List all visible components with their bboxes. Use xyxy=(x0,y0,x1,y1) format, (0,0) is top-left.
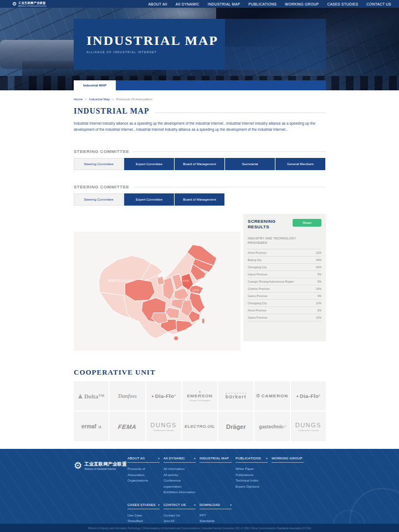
province-shape-hainan[interactable] xyxy=(174,336,178,341)
chevron-down-icon: ▾ xyxy=(230,503,232,507)
partner-logo-gastechnic[interactable]: gastechnic∕∕ xyxy=(254,412,289,441)
tab-steering-committee[interactable]: Steering Committee xyxy=(74,193,124,206)
footer-link-technical-index[interactable]: Technical Index xyxy=(236,478,268,484)
screening-row-value: 42% xyxy=(316,265,321,269)
nav-link-working-group[interactable]: WORKING GROUP xyxy=(285,2,319,6)
screening-row[interactable]: Beijing City34% xyxy=(248,257,321,264)
footer-col-label: CONTACT US xyxy=(163,503,186,507)
screening-row[interactable]: Guangxi Zhuang Autonomous Region5% xyxy=(248,278,321,285)
screening-row[interactable]: Anhui Province5% xyxy=(248,307,321,314)
partner-logo-cameron[interactable]: ⒸCAMERON xyxy=(254,381,289,411)
partner-logo-dia-flo[interactable]: ●Dia-Flo’ xyxy=(291,381,326,411)
partner-organizations-text: Ministry of Industry and Information Tec… xyxy=(88,526,311,529)
footer-brand-zh: 工业互联网产业联盟 xyxy=(84,461,127,467)
screening-row-value: 4% xyxy=(318,294,321,298)
screening-row[interactable]: Gansu Province4% xyxy=(248,293,321,300)
nav-link-contact-us[interactable]: CONTACT US xyxy=(366,2,391,6)
tab-steering-committee[interactable]: Steering Committee xyxy=(74,158,124,170)
committee-section-1: STEERING COMMITTEE Steering CommitteeExp… xyxy=(74,149,326,170)
footer-link-expert-opinions[interactable]: Expert Opinions xyxy=(236,484,268,490)
logo-text: Danfoss xyxy=(118,393,137,399)
tab-expert-committee[interactable]: Expert Committee xyxy=(124,193,174,206)
screening-row[interactable]: Gansu Province12% xyxy=(248,314,321,321)
footer-logo[interactable]: ⚙ 工业互联网产业联盟 Alliance of Industrial Inter… xyxy=(74,461,127,470)
logo-name: gastechnic xyxy=(259,424,283,429)
screening-row[interactable]: Guizhou Province14% xyxy=(248,285,321,293)
partner-logo-dia-flo[interactable]: ●Dia-Flo’ xyxy=(146,381,181,411)
footer-link-exhibition-information[interactable]: Exhibition information xyxy=(163,489,196,495)
breadcrumb: Home>Industrial Map>Protocols Of Associa… xyxy=(74,98,326,101)
footer-col-header-contact-us[interactable]: CONTACT US▾ xyxy=(163,503,196,509)
partner-logo-fema[interactable]: FEMA xyxy=(110,412,145,441)
screening-row[interactable]: Anhui Province12% xyxy=(248,249,321,257)
footer-link-all-information[interactable]: All information xyxy=(163,466,196,472)
hero-tab-industrial-map[interactable]: Industrial MAP xyxy=(74,80,116,90)
footer-col-header-industrial-map[interactable]: INDUSTRIAL MAP xyxy=(200,457,232,463)
nav-link-cases-studies[interactable]: CASES STUDIES xyxy=(327,2,358,6)
screening-row[interactable]: Gansu Province5% xyxy=(248,271,321,278)
section-heading: STEERING COMMITTEE xyxy=(74,185,129,190)
chevron-down-icon: ▾ xyxy=(158,457,160,460)
footer-col-header-cases-studies[interactable]: CASES STUDIES▾ xyxy=(127,503,160,509)
breadcrumb-item-home[interactable]: Home xyxy=(74,98,83,101)
tab-general-members[interactable]: General Members xyxy=(275,158,325,170)
nav-link-publications[interactable]: PUBLICATIONS xyxy=(248,2,277,6)
tab-expert-committee[interactable]: Expert Committee xyxy=(124,158,174,170)
province-shape-qinghai[interactable] xyxy=(125,279,155,301)
nav-link-about-aii[interactable]: ABOUT AII xyxy=(148,2,167,6)
screening-row-value: 12% xyxy=(316,316,321,319)
hero-title-panel: INDUSTRIAL MAP ALLIANCE OF INDUSTRIAL IN… xyxy=(74,19,225,70)
logo-prefix-icon: Ⓒ xyxy=(256,393,260,398)
province-shape-taiwan[interactable] xyxy=(202,318,204,324)
footer-link-contact-us[interactable]: Contact Us xyxy=(163,513,196,519)
footer-link-publications[interactable]: Publications xyxy=(236,472,268,478)
tab-board-of-management[interactable]: Board of Management xyxy=(175,193,224,206)
footer-col-header-download[interactable]: DOWNLOAD▾ xyxy=(200,503,232,509)
chevron-down-icon: ▾ xyxy=(158,503,160,507)
footer-link-conference-organization[interactable]: Conference organization xyxy=(163,478,196,489)
page-title: INDUSTRIAL MAP xyxy=(74,107,150,116)
partner-logo-electro-oil[interactable]: ELECTRO.OIL xyxy=(182,412,217,441)
footer-link-testedbed[interactable]: Testedbed xyxy=(127,518,160,524)
breadcrumb-item-industrial-map[interactable]: Industrial Map xyxy=(89,98,110,101)
site-logo[interactable]: ⚙ 工业互联网产业联盟 Alliance of Industrial Inter… xyxy=(12,1,47,7)
partner-logo-delta[interactable]: Delta™ xyxy=(74,381,109,411)
screening-row[interactable]: Chongqing City42% xyxy=(248,264,321,271)
china-map: 新疆维吾尔自治区 河北省 山东省 xyxy=(74,232,241,351)
footer-link-white-paper[interactable]: White Paper xyxy=(236,466,268,472)
footer-link-organizations[interactable]: Organizations xyxy=(127,478,160,484)
reset-button[interactable]: Reset xyxy=(293,219,321,227)
partner-logo-dungs[interactable]: DUNGSCombustion Controls xyxy=(291,412,326,441)
footer-link-protocols-of-association[interactable]: Protocols of Association xyxy=(127,466,160,478)
partner-logo-b-rkert[interactable]: bürkert xyxy=(218,381,253,411)
logo-name: bürkert xyxy=(226,394,247,400)
tab-board-of-management[interactable]: Board of Management xyxy=(175,158,224,170)
footer-col-header-about-aii[interactable]: ABOUT AII▾ xyxy=(127,457,160,463)
cooperative-logo-grid: Delta™Danfoss●Dia-Flo’❖EMERSONClimate Te… xyxy=(74,381,326,441)
partner-logo-emerson[interactable]: ❖EMERSONClimate Technologies xyxy=(182,381,217,411)
footer-link-standards[interactable]: Standards xyxy=(200,518,232,524)
partner-logo-dr-ger[interactable]: Dräger xyxy=(218,412,253,441)
footer-col-header-working-group[interactable]: WORKING GROUP xyxy=(272,457,304,463)
logo-suffix-icon: ∕∕ xyxy=(284,424,285,428)
tab-secretariat[interactable]: Secretariat xyxy=(225,158,275,170)
screening-row[interactable]: Chongqing City12% xyxy=(248,300,321,307)
footer-link-ppt[interactable]: PPT xyxy=(200,513,232,519)
footer-link-join-aii[interactable]: Join AII xyxy=(163,518,196,524)
screening-title: SCREENING RESULTS xyxy=(248,219,282,229)
footer: ⚙ 工业互联网产业联盟 Alliance of Industrial Inter… xyxy=(0,449,399,532)
breadcrumb-item-protocols-of-association: Protocols Of Association xyxy=(116,98,152,101)
footer-col-header-aii-dynamic[interactable]: AII DYNAMIC▾ xyxy=(163,457,196,463)
logo-subtext: Combustion Controls xyxy=(298,429,319,432)
nav-link-aii-dynamic[interactable]: AII DYNAMIC xyxy=(176,2,200,6)
partner-logo-dungs[interactable]: DUNGSCombustion Controls xyxy=(146,412,181,441)
footer-col-about-aii: ABOUT AII▾Protocols of AssociationOrgani… xyxy=(127,457,160,495)
footer-col-publications: PUBLICATIONS▾White PaperPublicationsTech… xyxy=(236,457,268,495)
partner-logo-danfoss[interactable]: Danfoss xyxy=(110,381,145,411)
footer-link-all-activity[interactable]: All activity xyxy=(163,472,196,478)
nav-link-industrial-map[interactable]: INDUSTRIAL MAP xyxy=(208,2,241,6)
footer-col-header-publications[interactable]: PUBLICATIONS▾ xyxy=(236,457,268,463)
footer-col-links: Contact UsJoin AII xyxy=(163,513,196,524)
partner-logo-ermaf[interactable]: ermaf◪ xyxy=(74,412,109,441)
footer-link-use-case[interactable]: Use Case xyxy=(127,513,160,519)
